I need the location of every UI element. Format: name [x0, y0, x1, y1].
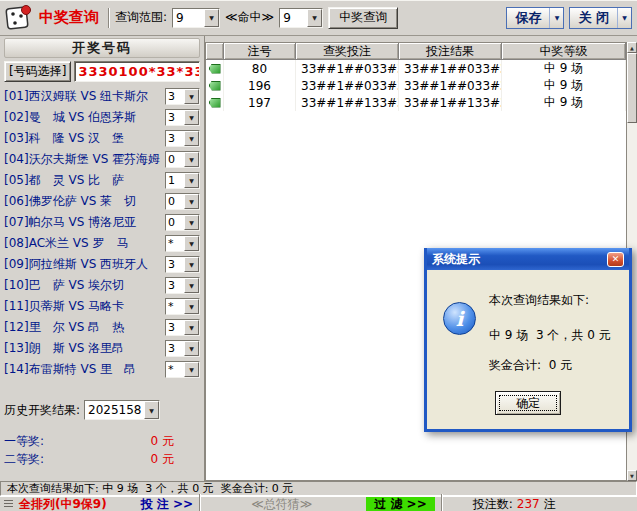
chevron-down-icon[interactable]: ▼ — [184, 152, 199, 167]
toolbar-separator — [441, 494, 443, 511]
cell-prize: 中 9 场 — [502, 77, 626, 94]
close-label: 关 闭 — [570, 9, 617, 27]
chevron-down-icon[interactable]: ▼ — [144, 401, 159, 419]
bet-button[interactable]: 投 注 >> — [141, 496, 193, 511]
header-bet[interactable]: 查奖投注 — [296, 43, 399, 60]
close-icon[interactable]: ✕ — [607, 252, 624, 267]
match-pick-combo[interactable]: *▼ — [165, 235, 200, 252]
match-pick-value: * — [166, 362, 184, 377]
chevron-down-icon[interactable]: ▼ — [184, 89, 199, 104]
match-pick-combo[interactable]: 0▼ — [165, 193, 200, 210]
match-label: [03]科 隆 VS 汉 堡 — [4, 130, 165, 147]
history-combo[interactable]: 2025158 ▼ — [84, 400, 160, 420]
table-row[interactable]: 19733##1##133#33033##1##133#330中 9 场 — [206, 94, 626, 111]
range-combo[interactable]: 9 ▼ — [172, 8, 220, 28]
match-pick-combo[interactable]: 3▼ — [165, 277, 200, 294]
save-label: 保存 — [507, 9, 549, 27]
match-list: [01]西汉姆联 VS 纽卡斯尔3▼[02]曼 城 VS 伯恩茅斯3▼[03]科… — [4, 86, 200, 380]
scroll-down-icon[interactable]: ▼ — [627, 470, 637, 481]
second-prize-value: 0 元 — [151, 451, 174, 468]
match-pick-value: 1 — [166, 173, 184, 188]
match-label: [14]布雷斯特 VS 里 昂 — [4, 361, 165, 378]
match-pick-combo[interactable]: *▼ — [165, 361, 200, 378]
history-row: 历史开奖结果: 2025158 ▼ — [4, 400, 200, 420]
table-row[interactable]: 8033##1##033#33133##1##033#331中 9 场 — [206, 60, 626, 77]
dialog-title: 系统提示 — [432, 251, 480, 268]
scroll-thumb[interactable] — [627, 53, 637, 123]
chevron-down-icon[interactable]: ▼ — [204, 9, 219, 27]
header-bet-id[interactable]: 注号 — [224, 43, 296, 60]
scroll-up-icon[interactable]: ▲ — [627, 42, 637, 53]
chevron-down-icon[interactable]: ▼ — [617, 8, 631, 28]
chevron-down-icon[interactable]: ▼ — [184, 131, 199, 146]
chevron-down-icon[interactable]: ▼ — [307, 9, 322, 27]
chevron-down-icon[interactable]: ▼ — [184, 173, 199, 188]
header-icon-col — [206, 43, 224, 60]
tag-icon — [209, 98, 221, 108]
match-label: [08]AC米兰 VS 罗 马 — [4, 235, 165, 252]
cell-result: 33##1##033#331 — [399, 60, 502, 77]
header-result[interactable]: 投注结果 — [399, 43, 502, 60]
row-icon-cell — [206, 60, 224, 77]
match-pick-combo[interactable]: 0▼ — [165, 214, 200, 231]
filter-button[interactable]: 过 滤 >> — [366, 497, 434, 511]
save-button[interactable]: 保存 ▼ — [506, 7, 564, 29]
chevron-down-icon[interactable]: ▼ — [184, 341, 199, 356]
chevron-down-icon[interactable]: ▼ — [184, 194, 199, 209]
first-prize-row: 一等奖: 0 元 — [4, 432, 200, 450]
table-row[interactable]: 19633##1##033#33033##1##033#330中 9 场 — [206, 77, 626, 94]
menu-grid-icon — [4, 500, 13, 509]
match-pick-combo[interactable]: 3▼ — [165, 340, 200, 357]
system-dialog: 系统提示 ✕ i 本次查询结果如下: 中 9 场 3 个，共 0 元 奖金合计:… — [424, 248, 632, 432]
cell-bet-id: 197 — [224, 94, 296, 111]
dialog-body: i 本次查询结果如下: 中 9 场 3 个，共 0 元 奖金合计: 0 元 确定 — [427, 270, 629, 426]
draw-numbers-title: 开奖号码 — [4, 38, 200, 58]
bottom-toolbar: 全排列(中9保9) 投 注 >> ≪总符猜≫ 过 滤 >> 投注数: 237 注 — [0, 496, 637, 511]
status-bar: 本次查询结果如下: 中 9 场 3 个，共 0 元 奖金合计: 0 元 — [0, 481, 637, 496]
chevron-down-icon[interactable]: ▼ — [184, 299, 199, 314]
match-row: [13]朗 斯 VS 洛里昂3▼ — [4, 338, 200, 359]
match-pick-combo[interactable]: 1▼ — [165, 172, 200, 189]
chevron-down-icon[interactable]: ▼ — [184, 110, 199, 125]
match-pick-combo[interactable]: 3▼ — [165, 88, 200, 105]
match-row: [08]AC米兰 VS 罗 马*▼ — [4, 233, 200, 254]
close-button[interactable]: 关 闭 ▼ — [569, 7, 632, 29]
match-pick-combo[interactable]: 3▼ — [165, 256, 200, 273]
match-pick-value: 3 — [166, 341, 184, 356]
bet-count-label: 投注数: — [473, 496, 513, 511]
chevron-down-icon[interactable]: ▼ — [184, 278, 199, 293]
match-row: [12]里 尔 VS 昂 热3▼ — [4, 317, 200, 338]
match-pick-value: 3 — [166, 278, 184, 293]
ok-button[interactable]: 确定 — [495, 391, 561, 415]
dialog-line-1: 本次查询结果如下: — [489, 292, 611, 309]
match-pick-combo[interactable]: 3▼ — [165, 319, 200, 336]
dialog-titlebar[interactable]: 系统提示 ✕ — [427, 248, 629, 270]
match-label: [11]贝蒂斯 VS 马略卡 — [4, 298, 165, 315]
match-row: [01]西汉姆联 VS 纽卡斯尔3▼ — [4, 86, 200, 107]
match-label: [09]阿拉维斯 VS 西班牙人 — [4, 256, 165, 273]
first-prize-label: 一等奖: — [4, 433, 44, 450]
match-pick-combo[interactable]: 3▼ — [165, 109, 200, 126]
cell-prize: 中 9 场 — [502, 60, 626, 77]
chevron-down-icon[interactable]: ▼ — [184, 215, 199, 230]
chevron-down-icon[interactable]: ▼ — [184, 320, 199, 335]
match-label: [01]西汉姆联 VS 纽卡斯尔 — [4, 88, 165, 105]
number-select-button[interactable]: [号码选择] — [4, 61, 71, 82]
query-button[interactable]: 中奖查询 — [328, 7, 398, 29]
tag-icon — [209, 64, 221, 74]
chevron-down-icon[interactable]: ▼ — [184, 257, 199, 272]
chevron-down-icon[interactable]: ▼ — [184, 236, 199, 251]
toolbar-separator — [108, 8, 110, 28]
toolbar-separator — [199, 494, 201, 511]
chevron-down-icon[interactable]: ▼ — [184, 362, 199, 377]
table-header: 注号 查奖投注 投注结果 中奖等级 — [206, 43, 626, 60]
chevron-down-icon[interactable]: ▼ — [549, 8, 563, 28]
info-icon: i — [443, 302, 476, 335]
match-label: [12]里 尔 VS 昂 热 — [4, 319, 165, 336]
cell-bet: 33##1##033#331 — [296, 60, 399, 77]
match-pick-combo[interactable]: 3▼ — [165, 130, 200, 147]
match-pick-combo[interactable]: 0▼ — [165, 151, 200, 168]
hit-combo[interactable]: 9 ▼ — [279, 8, 323, 28]
match-pick-combo[interactable]: *▼ — [165, 298, 200, 315]
header-prize[interactable]: 中奖等级 — [502, 43, 626, 60]
